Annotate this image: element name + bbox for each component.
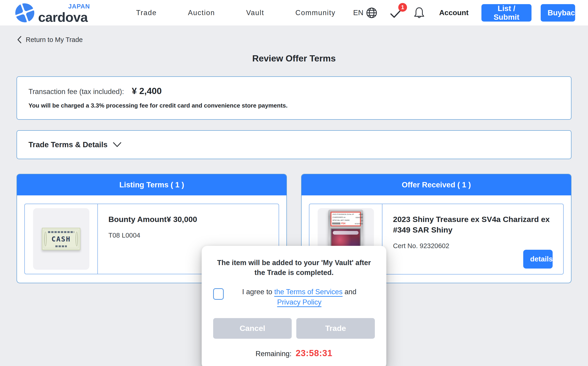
remaining-label: Remaining: bbox=[256, 350, 292, 358]
agreement-row: I agree to the Terms of Services and Pri… bbox=[213, 287, 375, 307]
trade-status-button[interactable]: 1 bbox=[389, 7, 402, 19]
cash-bill-pattern-top bbox=[48, 231, 74, 233]
list-submit-button[interactable]: List / Submit bbox=[481, 4, 532, 22]
main-nav: Trade Auction Vault Community bbox=[136, 9, 335, 17]
remaining-timer-row: Remaining: 23:58:31 bbox=[213, 348, 375, 358]
modal-message: The item will be added to your 'My Vault… bbox=[213, 258, 375, 278]
privacy-policy-link[interactable]: Privacy Policy bbox=[277, 298, 322, 306]
modal-buttons: Cancel Trade bbox=[213, 318, 375, 339]
confirm-trade-modal: The item will be added to your 'My Vault… bbox=[202, 246, 386, 366]
psa-logo: PSA bbox=[341, 222, 345, 225]
agreement-text: I agree to the Terms of Services and Pri… bbox=[224, 287, 375, 307]
details-button[interactable]: details bbox=[523, 250, 553, 268]
fee-note: You will be charged a 3.3% processing fe… bbox=[29, 102, 559, 109]
listing-item-thumb-cell: CASH bbox=[25, 204, 98, 274]
cash-bill-ornament-right bbox=[76, 232, 78, 246]
nav-item-vault[interactable]: Vault bbox=[246, 9, 264, 17]
offer-received-header: Offer Received ( 1 ) bbox=[302, 174, 571, 195]
remaining-time: 23:58:31 bbox=[296, 348, 332, 358]
buyback-button[interactable]: Buyback bbox=[541, 4, 575, 22]
trade-terms-accordion[interactable]: Trade Terms & Details bbox=[16, 130, 572, 159]
cash-bill-image: CASH bbox=[42, 228, 80, 250]
fee-label: Transaction fee (tax included): bbox=[29, 88, 124, 96]
psa-cert-number: 92320602 bbox=[355, 223, 363, 225]
brand-wordmark: cardova bbox=[38, 11, 87, 23]
psa-grade: 10 bbox=[361, 220, 363, 222]
psa-grade-text: GEM MT bbox=[356, 216, 363, 219]
listing-code: T08 L0004 bbox=[108, 232, 268, 239]
globe-icon bbox=[366, 7, 378, 19]
notifications-button[interactable] bbox=[413, 7, 425, 19]
account-button[interactable]: Account bbox=[439, 8, 469, 17]
chevron-left-icon bbox=[16, 36, 22, 44]
cash-bill-pattern-bottom bbox=[55, 245, 67, 247]
nav-item-trade[interactable]: Trade bbox=[136, 9, 157, 17]
fee-amount: ¥ 2,400 bbox=[132, 86, 162, 96]
listing-terms-title: Listing Terms ( 1 ) bbox=[119, 181, 184, 189]
cancel-button[interactable]: Cancel bbox=[213, 318, 292, 339]
cash-bill-label: CASH bbox=[51, 235, 71, 243]
agree-conjunction: and bbox=[342, 288, 356, 296]
listing-item-thumb-panel: CASH bbox=[33, 208, 89, 270]
bounty-amount: Bounty Amount¥ 30,000 bbox=[108, 214, 268, 225]
trade-button[interactable]: Trade bbox=[296, 318, 375, 339]
terms-of-services-link[interactable]: the Terms of Services bbox=[274, 288, 342, 296]
back-link[interactable]: Return to My Trade bbox=[16, 36, 83, 44]
back-link-label: Return to My Trade bbox=[26, 36, 83, 44]
listing-terms-header: Listing Terms ( 1 ) bbox=[17, 174, 286, 195]
psa-label-line2: CHARIZARD ex bbox=[332, 216, 354, 218]
header-actions: EN 1 Account List / Submit Buyback bbox=[353, 4, 575, 22]
agree-checkbox[interactable] bbox=[213, 288, 224, 300]
top-navigation-bar: cardova JAPAN Trade Auction Vault Commun… bbox=[0, 0, 588, 25]
bell-icon bbox=[413, 7, 425, 19]
language-selector[interactable]: EN bbox=[353, 7, 378, 19]
offer-item-info: 2023 Shiny Treasure ex SV4a Charizard ex… bbox=[382, 204, 563, 274]
brand-logo[interactable]: cardova JAPAN bbox=[14, 2, 89, 23]
trade-terms-label: Trade Terms & Details bbox=[29, 140, 108, 149]
notification-badge: 1 bbox=[398, 3, 407, 12]
offer-cert-number: Cert No. 92320602 bbox=[393, 242, 553, 250]
nav-item-auction[interactable]: Auction bbox=[188, 9, 215, 17]
page-title: Review Offer Terms bbox=[16, 53, 572, 63]
psa-label-line3: SPECIAL ART RARE bbox=[332, 219, 354, 221]
psa-label-line1: 2023 POKEMON SV4a JP bbox=[332, 213, 354, 215]
psa-card-number: #349 bbox=[359, 213, 363, 215]
offer-received-title: Offer Received ( 1 ) bbox=[402, 181, 471, 189]
nav-item-community[interactable]: Community bbox=[295, 9, 336, 17]
language-code: EN bbox=[353, 8, 363, 17]
chevron-down-icon bbox=[112, 142, 122, 148]
offer-card-title: 2023 Shiny Treasure ex SV4a Charizard ex… bbox=[393, 214, 553, 235]
cash-bill-ornament-left bbox=[44, 232, 47, 246]
psa-barcode bbox=[332, 222, 340, 224]
cardova-logo-icon bbox=[14, 2, 35, 23]
agree-prefix: I agree to bbox=[242, 288, 274, 296]
psa-label: 2023 POKEMON SV4a JP CHARIZARD ex SPECIA… bbox=[331, 212, 361, 226]
transaction-fee-panel: Transaction fee (tax included): ¥ 2,400 … bbox=[16, 76, 572, 120]
brand-region-label: JAPAN bbox=[68, 3, 90, 10]
